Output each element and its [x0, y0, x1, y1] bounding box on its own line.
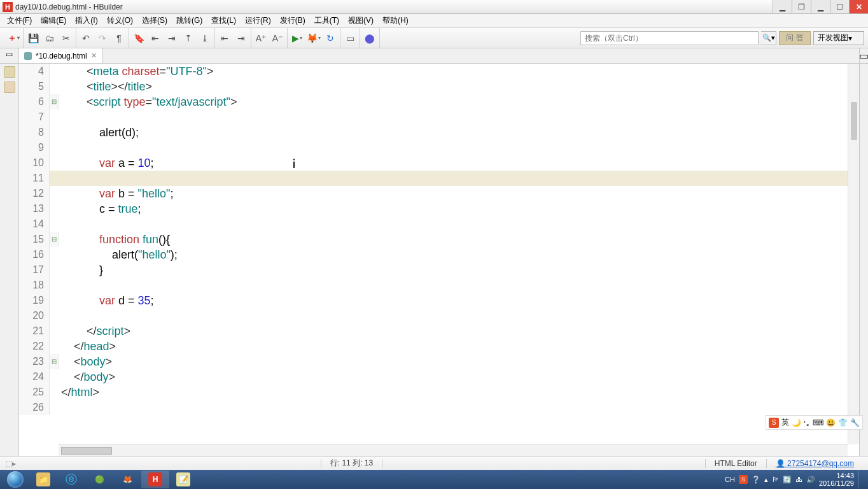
bookmark-button[interactable]: 🔖 [133, 32, 144, 44]
taskbar-explorer[interactable]: 📁 [29, 471, 57, 488]
ime-face-icon[interactable]: 😃 [826, 418, 836, 427]
menu-item[interactable]: 跳转(G) [172, 15, 207, 26]
search-input[interactable] [580, 31, 759, 45]
format-button[interactable]: ¶ [113, 32, 125, 44]
ime-keyboard-icon[interactable]: ⌨ [813, 418, 823, 427]
step-out-button[interactable]: ⤒ [183, 32, 194, 44]
menu-item[interactable]: 选择(S) [137, 15, 172, 26]
run-button[interactable]: ▶▾ [291, 32, 303, 44]
code-line[interactable]: 20 [19, 308, 859, 323]
window-close-button[interactable]: ✕ [849, 0, 868, 13]
save-button[interactable]: 💾 [27, 32, 39, 44]
new-file-button[interactable]: ＋▾ [8, 32, 19, 44]
tray-volume-icon[interactable]: 🔊 [806, 476, 815, 484]
view-selector[interactable]: 开发视图 ▾ [813, 31, 864, 45]
code-line[interactable]: 16 alert("hello"); [19, 247, 859, 262]
taskbar-firefox[interactable]: 🦊 [113, 471, 141, 488]
code-line[interactable]: 23⊟ <body> [19, 354, 859, 369]
code-content[interactable]: <script type="text/javascript"> [59, 94, 237, 110]
code-content[interactable]: c = true; [59, 201, 141, 216]
code-line[interactable]: 13 c = true; [19, 201, 859, 216]
code-line[interactable]: 21 </script> [19, 323, 859, 339]
code-line[interactable]: 15⊟ function fun(){ [19, 232, 859, 247]
code-content[interactable]: </body> [59, 369, 115, 385]
taskbar-ie[interactable]: ⓔ [57, 471, 85, 488]
tray-sogou-icon[interactable]: S [739, 475, 748, 484]
cut-button[interactable]: ✂ [60, 32, 72, 44]
step-in-button[interactable]: ⤓ [199, 32, 211, 44]
left-gutter-toggle[interactable]: ▭ [0, 48, 19, 63]
code-editor[interactable]: 4 <meta charset="UTF-8">5 <title></title… [19, 64, 859, 456]
nav-fwd-button[interactable]: ⇥ [166, 32, 178, 44]
start-button[interactable] [1, 471, 29, 488]
fold-icon[interactable]: ⊟ [50, 94, 59, 110]
tray-up-icon[interactable]: ▴ [764, 476, 768, 484]
tab-close-icon[interactable]: ✕ [91, 52, 97, 60]
ime-moon-icon[interactable]: 🌙 [792, 418, 801, 427]
vertical-scrollbar[interactable] [848, 64, 859, 444]
refresh-button[interactable]: ↻ [325, 32, 336, 44]
code-content[interactable]: } [59, 262, 103, 278]
menu-item[interactable]: 编辑(E) [36, 15, 71, 26]
ime-float-bar[interactable]: S 英 🌙 ˒｡ ⌨ 😃 👕 🔧 [766, 415, 863, 430]
outline-icon[interactable] [4, 82, 15, 93]
tray-help-icon[interactable]: ❔ [752, 476, 760, 484]
code-line[interactable]: 11 [19, 171, 859, 186]
editor-tab[interactable]: *10.debug.html ✕ [19, 48, 102, 63]
code-line[interactable]: 7 [19, 110, 859, 125]
code-line[interactable]: 8 alert(d); [19, 125, 859, 140]
code-content[interactable]: function fun(){ [59, 232, 170, 247]
ime-tool-icon[interactable]: 🔧 [850, 418, 860, 427]
code-line[interactable]: 18 [19, 278, 859, 293]
code-content[interactable]: </script> [59, 323, 130, 339]
redo-button[interactable]: ↷ [97, 32, 108, 44]
menu-item[interactable]: 转义(O) [102, 15, 137, 26]
code-content[interactable]: var d = 35; [59, 293, 154, 308]
code-content[interactable]: </html> [59, 385, 99, 400]
code-content[interactable]: <title></title> [59, 79, 152, 94]
globe-button[interactable]: ⬤ [364, 32, 375, 44]
code-line[interactable]: 17 } [19, 262, 859, 278]
indent-button[interactable]: ⇥ [235, 32, 247, 44]
user-account[interactable]: 👤 27254174@qq.com [767, 459, 863, 468]
code-line[interactable]: 19 var d = 35; [19, 293, 859, 308]
ime-comma-icon[interactable]: ˒｡ [804, 418, 810, 427]
terminal-button[interactable]: ▭ [344, 32, 356, 44]
code-content[interactable]: alert(d); [59, 125, 139, 140]
code-line[interactable]: 10 var a = 10; [19, 155, 859, 171]
project-explorer-icon[interactable] [4, 66, 15, 78]
code-line[interactable]: 26 [19, 400, 859, 415]
menu-item[interactable]: 发行(B) [276, 15, 310, 26]
code-content[interactable]: var b = "hello"; [59, 186, 173, 201]
code-content[interactable]: <body> [59, 354, 112, 369]
window-minimize2-button[interactable]: ▁ [811, 0, 830, 13]
taskbar-notepad[interactable]: 📝 [169, 471, 197, 488]
code-line[interactable]: 22 </head> [19, 339, 859, 354]
outdent-button[interactable]: ⇤ [219, 32, 230, 44]
font-smaller-button[interactable]: A⁻ [272, 32, 283, 44]
code-line[interactable]: 6⊟ <script type="text/javascript"> [19, 94, 859, 110]
fold-icon[interactable]: ⊟ [50, 232, 59, 247]
window-restore-button[interactable]: ❐ [792, 0, 811, 13]
tray-lang[interactable]: CH [725, 476, 735, 483]
search-button[interactable]: 🔍▾ [761, 31, 776, 45]
code-content[interactable]: </head> [59, 339, 116, 354]
horizontal-scrollbar[interactable] [59, 444, 848, 456]
taskbar-hbuilder[interactable]: H [141, 471, 169, 488]
save-all-button[interactable]: 🗂 [44, 32, 55, 44]
nav-back-button[interactable]: ⇤ [150, 32, 161, 44]
undo-button[interactable]: ↶ [80, 32, 92, 44]
tray-clock[interactable]: 14:43 2016/11/29 [819, 472, 854, 487]
ime-skin-icon[interactable]: 👕 [838, 418, 848, 427]
code-line[interactable]: 9 [19, 140, 859, 155]
browser-button[interactable]: 🦊▾ [308, 32, 319, 44]
window-minimize-button[interactable]: ▁ [773, 0, 792, 13]
tray-network-icon[interactable]: 🖧 [795, 476, 802, 483]
ask-button[interactable]: 问 答 [779, 31, 811, 45]
font-bigger-button[interactable]: A⁺ [255, 32, 267, 44]
show-desktop-button[interactable] [858, 471, 863, 488]
tray-flag-icon[interactable]: 🏳 [772, 476, 779, 483]
menu-item[interactable]: 查找(L) [207, 15, 241, 26]
tab-overflow-button[interactable]: ▭ [859, 48, 868, 63]
menu-item[interactable]: 插入(I) [71, 15, 102, 26]
